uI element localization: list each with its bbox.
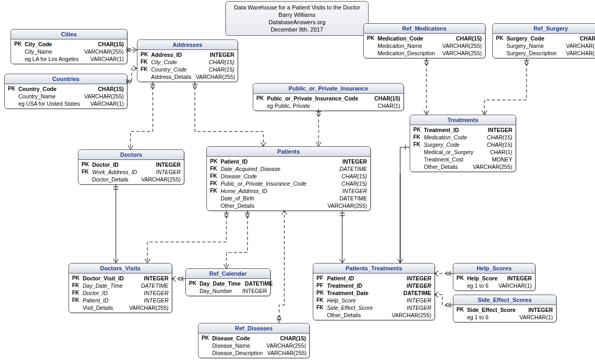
entity-body: PKSurgery_CodeCHAR(15)Surgery_NameVARCHA…	[493, 34, 595, 58]
name-col: Day_Date_Time	[83, 282, 141, 289]
type-col: VARCHAR(255)	[267, 349, 306, 357]
type-col: VARCHAR(255)	[442, 49, 482, 57]
name-col: Day_Date_Time	[200, 280, 245, 287]
entity-title: Countries	[5, 74, 127, 84]
key-col: FK	[72, 289, 83, 297]
entity-row: PFPatient_IDINTEGER	[313, 275, 434, 282]
entity-row: Date_of_BirthDATETIME	[207, 195, 370, 202]
name-col: eg 1 to 6	[467, 282, 499, 289]
entity-ref-diseases: Ref_DiseasesPKDisease_CodeCHAR(15)Diseas…	[198, 323, 310, 358]
svg-point-0	[128, 48, 131, 52]
entity-row: FKPubic_or_Private_Insurance_CodeCHAR(15…	[207, 180, 370, 187]
name-col: Disease_Description	[212, 349, 267, 357]
name-col: Medical_or_Surgery	[424, 148, 490, 156]
key-col: FK	[413, 141, 424, 148]
key-col: FK	[316, 304, 327, 311]
svg-point-4	[317, 113, 320, 116]
name-col: Treatment_ID	[424, 126, 488, 134]
type-col: VARCHAR(255)	[84, 93, 124, 100]
key-col: FK	[210, 165, 221, 173]
key-col	[413, 156, 424, 163]
type-col: DATETIME	[245, 280, 273, 287]
entity-title: Cities	[11, 29, 127, 39]
type-col: INTEGER	[210, 51, 234, 58]
entity-body: PKSide_Effect_ScoreINTEGEReg 1 to 6VARCH…	[453, 305, 556, 322]
type-col: CHAR(15)	[342, 173, 367, 180]
entity-body: PKCity_CodeCHAR(15)City_NameVARCHAR(255)…	[11, 39, 127, 64]
key-col	[14, 48, 25, 55]
key-col: FK	[316, 297, 327, 304]
type-col: VARCHAR(255)	[566, 49, 595, 57]
name-col: Address_Details	[151, 73, 195, 80]
entity-title: Doctors	[78, 150, 184, 160]
entity-treatments: TreatmentsPKTreatment_IDINTEGERFKMedicat…	[410, 115, 516, 172]
entity-title: Ref_Medicatons	[364, 24, 485, 34]
entity-row: PKCity_CodeCHAR(15)	[11, 41, 127, 48]
entity-row: FKPatient_IDINTEGER	[69, 297, 172, 304]
type-col: INTEGER	[406, 297, 431, 304]
type-col: VARCHAR(1)	[520, 314, 553, 321]
type-col: INTEGER	[406, 282, 431, 289]
type-col: CHAR(15)	[580, 35, 595, 42]
entity-row: Other_DetailsVARCHAR(255)	[207, 202, 370, 209]
key-col	[189, 287, 200, 295]
entity-body: PKPatient_IDINTEGERFKDate_Acquired_Disea…	[207, 157, 370, 210]
entity-row: FKHelp_ScoreINTEGER	[313, 297, 434, 304]
entity-addresses: AddressesPKAddress_IDINTEGERFKCity_CodeC…	[137, 39, 238, 82]
entity-body: PKDisease_CodeCHAR(15)Disease_NameVARCHA…	[199, 333, 309, 358]
entity-row: eg 1 to 6VARCHAR(1)	[453, 314, 556, 321]
entity-body: PKHelp_ScoreINTEGEReg 1 to 6VARCHAR(1)	[453, 274, 535, 290]
key-col: FK	[72, 282, 83, 289]
type-col: VARCHAR(1)	[91, 100, 124, 107]
name-col: Medicaiton_Description	[378, 49, 442, 57]
entity-doctors: DoctorsPKDoctor_IDINTEGERFKWork_Address_…	[78, 149, 184, 185]
entity-help-scores: Help_ScoresPKHelp_ScoreINTEGEReg 1 to 6V…	[453, 263, 536, 291]
entity-row: Medical_or_SurgeryCHAR(1)	[410, 148, 515, 156]
key-col: FK	[210, 187, 221, 195]
entity-title: Doctors_Visits	[69, 264, 172, 274]
name-col: Help_Score	[467, 275, 507, 282]
key-col: FK	[413, 134, 424, 141]
type-col: CHAR(15)	[98, 85, 124, 93]
name-col: Help_Score	[327, 297, 406, 304]
key-col: PK	[14, 41, 25, 48]
name-col: eg 1 to 6	[467, 314, 520, 321]
entity-row: FKWork_Address_IDINTEGER	[78, 168, 184, 176]
entity-row: FKCountry_CodeCHAR(15)	[137, 66, 237, 73]
type-col: VARCHAR(255)	[328, 202, 367, 209]
name-col: Country_Name	[18, 93, 84, 100]
svg-point-5	[425, 62, 428, 65]
entity-title: Side_Effect_Scores	[453, 295, 556, 305]
name-col: Day_Number	[200, 287, 242, 295]
entity-title: Ref_Diseases	[199, 323, 309, 333]
entity-title: Patients_Treatments	[313, 264, 434, 274]
svg-point-12	[446, 304, 449, 307]
entity-row: Treatment_CostMONEY	[410, 156, 515, 163]
entity-title: Ref_Surgery	[493, 24, 595, 34]
type-col: CHAR(15)	[342, 180, 367, 187]
key-col	[413, 148, 424, 156]
name-col: Pubic_or_Private_Insurance_Code	[221, 180, 342, 187]
entity-row: FKCity_CodeCHAR(15)	[137, 58, 237, 66]
entity-title: Treatments	[410, 115, 515, 125]
type-col: DATETIME	[141, 282, 168, 289]
entity-body: PKAddress_IDINTEGERFKCity_CodeCHAR(15)FK…	[137, 50, 237, 82]
name-col: Doctor_Details	[92, 176, 141, 183]
key-col	[141, 73, 151, 80]
type-col: DATETIME	[340, 195, 367, 202]
entity-row: PKAddress_IDINTEGER	[137, 51, 237, 58]
key-col: PK	[82, 161, 92, 168]
entity-row: PKDay_Date_TimeDATETIME	[186, 280, 270, 287]
key-col	[496, 42, 507, 49]
name-col: Home_Address_ID	[221, 187, 342, 195]
key-col: PK	[210, 158, 221, 165]
key-col	[316, 311, 327, 319]
entity-row: PKHelp_ScoreINTEGER	[453, 275, 535, 282]
key-col: FK	[141, 58, 151, 66]
entity-row: Address_DetailsVARCHAR(255)	[137, 73, 237, 80]
diagram-header: Data Warehouse for a Patient Visits to t…	[225, 1, 369, 36]
key-col: FK	[82, 168, 92, 176]
type-col: INTEGER	[528, 306, 553, 314]
header-line4: December 8th. 2017	[231, 26, 363, 33]
type-col: INTEGER	[406, 304, 431, 311]
